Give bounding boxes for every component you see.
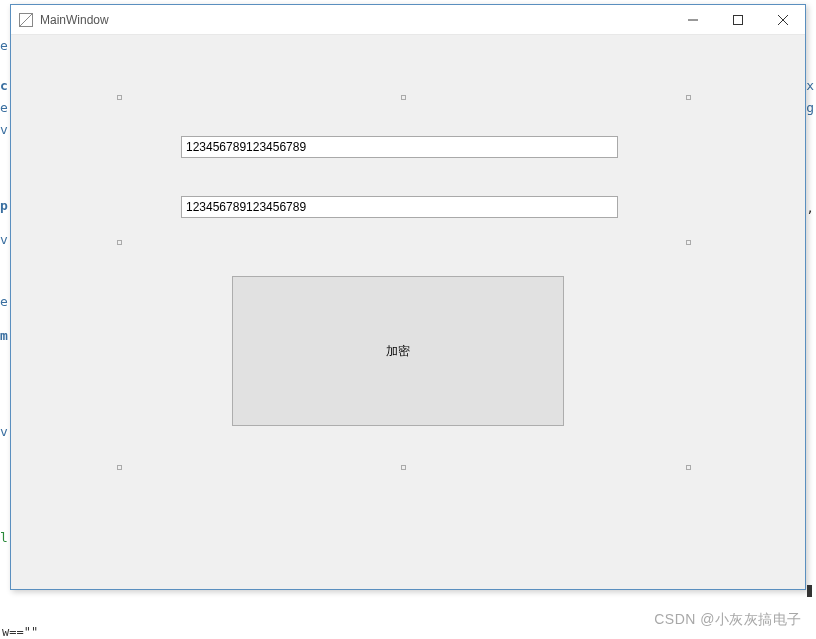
watermark-text: CSDN @小灰灰搞电子 xyxy=(654,611,802,629)
input-field-1[interactable] xyxy=(181,136,618,158)
main-window: MainWindow 加密 xyxy=(10,4,806,590)
app-icon xyxy=(19,13,33,27)
selection-handle[interactable] xyxy=(401,95,406,100)
decorative-shadow xyxy=(807,585,812,597)
client-area: 加密 xyxy=(11,35,805,589)
encrypt-button[interactable]: 加密 xyxy=(232,276,564,426)
selection-handle[interactable] xyxy=(686,95,691,100)
maximize-button[interactable] xyxy=(715,5,760,34)
input-field-2[interactable] xyxy=(181,196,618,218)
window-title: MainWindow xyxy=(40,13,670,27)
selection-handle[interactable] xyxy=(117,240,122,245)
title-bar[interactable]: MainWindow xyxy=(11,5,805,35)
minimize-button[interactable] xyxy=(670,5,715,34)
stray-code-text: w=="" xyxy=(2,625,38,639)
svg-rect-1 xyxy=(733,15,742,24)
close-button[interactable] xyxy=(760,5,805,34)
encrypt-button-label: 加密 xyxy=(386,343,410,360)
selection-handle[interactable] xyxy=(117,95,122,100)
selection-handle[interactable] xyxy=(401,465,406,470)
window-controls xyxy=(670,5,805,34)
selection-handle[interactable] xyxy=(686,240,691,245)
selection-handle[interactable] xyxy=(117,465,122,470)
selection-handle[interactable] xyxy=(686,465,691,470)
